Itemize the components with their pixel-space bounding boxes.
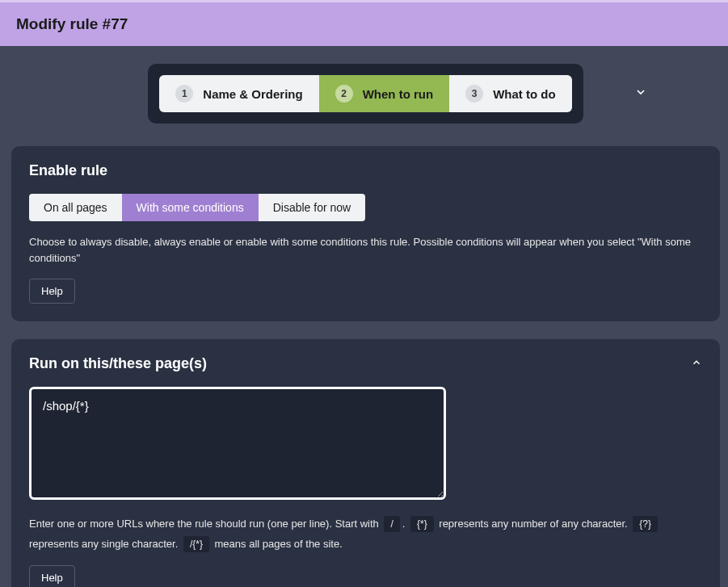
chevron-down-icon[interactable] xyxy=(634,86,647,102)
code-token: /{*} xyxy=(183,536,209,552)
step-label: When to run xyxy=(363,87,433,101)
help-button[interactable]: Help xyxy=(29,279,75,304)
help-button[interactable]: Help xyxy=(29,565,75,587)
stepper: 1 Name & Ordering 2 When to run 3 What t… xyxy=(148,64,583,124)
stepper-row: 1 Name & Ordering 2 When to run 3 What t… xyxy=(11,64,720,124)
page-title: Modify rule #77 xyxy=(16,15,128,32)
step-when-to-run[interactable]: 2 When to run xyxy=(319,75,449,112)
panel-title: Enable rule xyxy=(29,162,702,179)
option-on-all-pages[interactable]: On all pages xyxy=(29,194,122,221)
step-label: Name & Ordering xyxy=(203,87,302,101)
step-number: 3 xyxy=(465,85,483,103)
enable-rule-panel: Enable rule On all pages With some condi… xyxy=(11,146,720,321)
step-number: 2 xyxy=(335,85,353,103)
step-what-to-do[interactable]: 3 What to do xyxy=(449,75,571,112)
chevron-up-icon[interactable] xyxy=(691,357,702,371)
code-token: {*} xyxy=(410,516,434,532)
panel-title: Run on this/these page(s) xyxy=(29,355,702,372)
code-token: / xyxy=(384,516,399,532)
run-pages-panel: Run on this/these page(s) Enter one or m… xyxy=(11,339,720,587)
url-description: Enter one or more URLs where the rule sh… xyxy=(29,514,702,554)
option-disable-for-now[interactable]: Disable for now xyxy=(259,194,366,221)
page-header: Modify rule #77 xyxy=(0,0,728,46)
enable-options: On all pages With some conditions Disabl… xyxy=(29,194,365,221)
url-patterns-input[interactable] xyxy=(29,387,446,500)
code-token: {?} xyxy=(633,516,658,532)
step-name-ordering[interactable]: 1 Name & Ordering xyxy=(159,75,318,112)
enable-description: Choose to always disable, always enable … xyxy=(29,234,702,266)
option-with-conditions[interactable]: With some conditions xyxy=(122,194,259,221)
step-number: 1 xyxy=(175,85,193,103)
step-label: What to do xyxy=(493,87,555,101)
